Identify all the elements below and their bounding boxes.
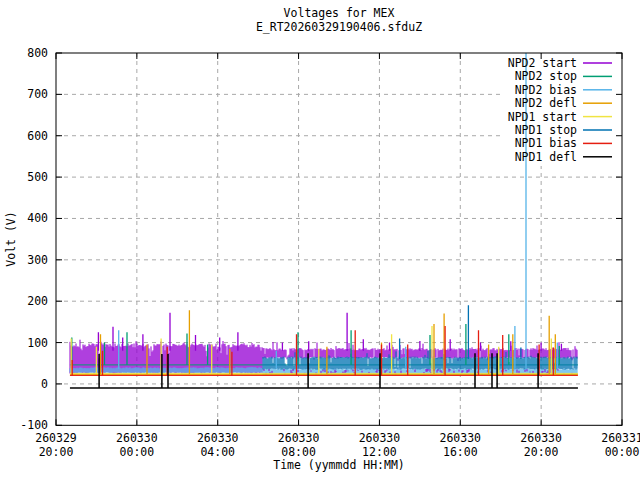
legend-label: NPD1 stop — [515, 123, 577, 137]
y-tick-label: 700 — [27, 87, 48, 101]
series-spikes-npd2-start — [98, 313, 561, 351]
y-tick-label: 200 — [27, 294, 48, 308]
x-tick-label-time: 08:00 — [281, 445, 316, 459]
x-tick-label-date: 260330 — [440, 431, 482, 445]
x-tick-label-date: 260330 — [359, 431, 401, 445]
plot-area: -100010020030040050060070080026032920:00… — [0, 0, 640, 480]
y-tick-label: 600 — [27, 129, 48, 143]
legend-label: NPD1 defl — [515, 150, 577, 164]
x-tick-label-time: 00:00 — [605, 445, 640, 459]
y-tick-label: 300 — [27, 253, 48, 267]
x-tick-label-time: 04:00 — [200, 445, 235, 459]
x-tick-label-time: 20:00 — [524, 445, 559, 459]
x-tick-label-date: 260330 — [520, 431, 562, 445]
x-tick-label-time: 00:00 — [120, 445, 155, 459]
series-spikes-npd2-bias — [119, 53, 558, 369]
legend-label: NPD2 bias — [515, 83, 577, 97]
x-tick-label-time: 12:00 — [362, 445, 397, 459]
y-tick-label: 100 — [27, 336, 48, 350]
x-tick-label-date: 260330 — [278, 431, 320, 445]
y-tick-label: 800 — [27, 46, 48, 60]
x-tick-label-time: 16:00 — [443, 445, 478, 459]
legend-label: NPD1 start — [508, 110, 577, 124]
x-tick-label-date: 260330 — [116, 431, 158, 445]
y-tick-label: 500 — [27, 170, 48, 184]
gnuplot-voltage-chart: Voltages for MEX E_RT20260329190406.sfdu… — [0, 0, 640, 480]
y-tick-label: 0 — [41, 377, 48, 391]
x-tick-label-date: 260330 — [197, 431, 239, 445]
legend-label: NPD2 stop — [515, 69, 577, 83]
x-tick-label-time: 20:00 — [39, 445, 74, 459]
legend-label: NPD1 bias — [515, 136, 577, 150]
legend-label: NPD2 defl — [515, 96, 577, 110]
legend-label: NPD2 start — [508, 56, 577, 70]
y-tick-label: 400 — [27, 211, 48, 225]
x-tick-label-date: 260331 — [601, 431, 640, 445]
x-tick-label-date: 260329 — [35, 431, 77, 445]
